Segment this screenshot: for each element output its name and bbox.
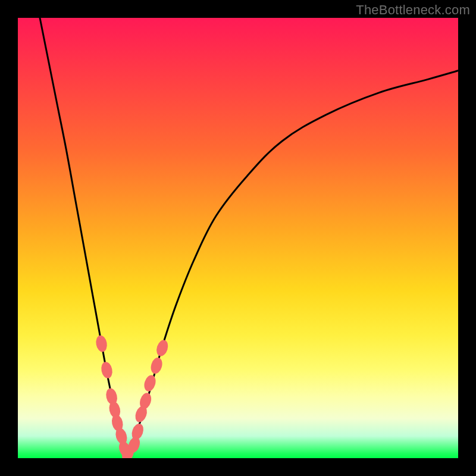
curve-layer — [18, 18, 458, 458]
chart-frame: TheBottleneck.com — [0, 0, 476, 476]
marker-dot — [100, 361, 114, 380]
marker-dot — [142, 374, 157, 393]
marker-dot — [149, 356, 164, 375]
bottleneck-curve — [40, 18, 458, 454]
curve-right-arm — [128, 71, 458, 454]
curve-left-arm — [40, 18, 128, 454]
plot-area — [18, 18, 458, 458]
marker-dot — [95, 334, 108, 353]
marker-dot — [155, 339, 170, 358]
watermark-text: TheBottleneck.com — [356, 2, 470, 18]
curve-markers — [95, 334, 170, 458]
